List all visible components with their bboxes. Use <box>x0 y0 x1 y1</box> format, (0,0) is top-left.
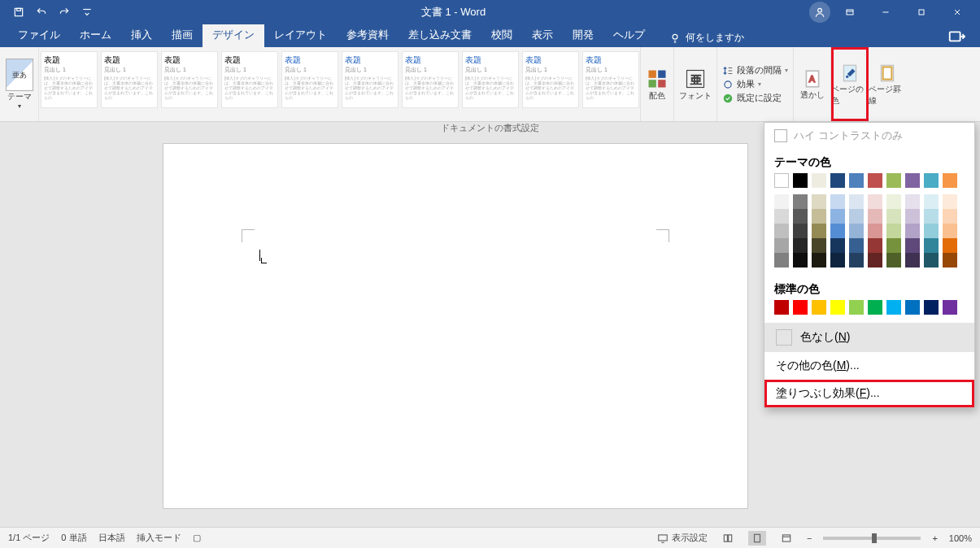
color-swatch[interactable] <box>868 300 882 315</box>
color-swatch[interactable] <box>849 224 864 238</box>
save-button[interactable] <box>8 2 29 22</box>
style-set-thumbnail[interactable]: 表題見出し 1[挿入]タブのギャラリーには、文書全体の体裁に合わせて調整するため… <box>41 51 98 108</box>
read-mode-button[interactable] <box>719 531 737 546</box>
color-swatch[interactable] <box>868 173 882 188</box>
color-swatch[interactable] <box>886 173 901 188</box>
close-button[interactable] <box>941 1 973 24</box>
page-color-button[interactable]: ページの色 <box>831 47 869 121</box>
tab-help[interactable]: ヘルプ <box>603 24 655 47</box>
color-swatch[interactable] <box>849 253 864 267</box>
tab-review[interactable]: 校閲 <box>481 24 522 47</box>
color-swatch[interactable] <box>812 224 826 238</box>
color-swatch[interactable] <box>943 224 957 238</box>
zoom-level[interactable]: 100% <box>949 533 972 543</box>
tab-mailings[interactable]: 差し込み文書 <box>399 24 481 47</box>
color-swatch[interactable] <box>774 253 789 267</box>
no-color-item[interactable]: 色なし(N) <box>764 323 974 352</box>
color-swatch[interactable] <box>905 224 920 238</box>
effects-button[interactable]: 効果▾ <box>722 78 788 90</box>
color-swatch[interactable] <box>905 238 920 253</box>
color-swatch[interactable] <box>886 300 901 315</box>
color-swatch[interactable] <box>830 224 845 238</box>
color-swatch[interactable] <box>868 253 882 267</box>
maximize-button[interactable] <box>905 1 938 24</box>
page[interactable] <box>163 143 748 509</box>
color-swatch[interactable] <box>774 173 789 188</box>
tab-insert[interactable]: 挿入 <box>121 24 162 47</box>
color-swatch[interactable] <box>812 209 826 224</box>
undo-button[interactable] <box>31 2 52 22</box>
tab-developer[interactable]: 開発 <box>563 24 603 47</box>
paragraph-spacing-button[interactable]: 段落の間隔▾ <box>722 64 788 76</box>
color-swatch[interactable] <box>793 173 808 188</box>
color-swatch[interactable] <box>886 238 901 253</box>
color-swatch[interactable] <box>924 238 939 253</box>
color-swatch[interactable] <box>774 300 789 315</box>
zoom-in-button[interactable]: + <box>932 533 937 543</box>
account-button[interactable] <box>809 2 830 23</box>
tab-design[interactable]: デザイン <box>203 24 264 47</box>
style-set-thumbnail[interactable]: 表題見出し 1[挿入]タブのギャラリーには、文書全体の体裁に合わせて調整するため… <box>402 51 459 108</box>
color-swatch[interactable] <box>774 194 789 209</box>
share-icon[interactable] <box>947 27 965 45</box>
color-swatch[interactable] <box>830 209 845 224</box>
color-swatch[interactable] <box>924 194 939 209</box>
word-count[interactable]: 0 単語 <box>61 532 86 544</box>
color-swatch[interactable] <box>943 238 957 253</box>
color-swatch[interactable] <box>943 253 957 267</box>
color-swatch[interactable] <box>830 253 845 267</box>
color-swatch[interactable] <box>812 253 826 267</box>
color-swatch[interactable] <box>943 194 957 209</box>
ribbon-display-button[interactable] <box>834 1 866 24</box>
tab-references[interactable]: 参考資料 <box>337 24 399 47</box>
tab-layout[interactable]: レイアウト <box>264 24 337 47</box>
color-swatch[interactable] <box>924 173 939 188</box>
tab-view[interactable]: 表示 <box>522 24 563 47</box>
watermark-button[interactable]: A 透かし <box>794 47 831 121</box>
color-swatch[interactable] <box>924 300 939 315</box>
color-swatch[interactable] <box>793 238 808 253</box>
redo-button[interactable] <box>54 2 75 22</box>
color-swatch[interactable] <box>849 173 864 188</box>
tell-me-search[interactable]: 何をしますか <box>661 28 752 47</box>
style-set-gallery[interactable]: 表題見出し 1[挿入]タブのギャラリーには、文書全体の体裁に合わせて調整するため… <box>39 47 641 121</box>
color-swatch[interactable] <box>905 300 920 315</box>
color-swatch[interactable] <box>905 253 920 267</box>
color-swatch[interactable] <box>886 209 901 224</box>
fonts-button[interactable]: 亜 フォント <box>674 47 717 121</box>
color-swatch[interactable] <box>793 253 808 267</box>
style-set-thumbnail[interactable]: 表題見出し 1[挿入]タブのギャラリーには、文書全体の体裁に合わせて調整するため… <box>342 51 399 108</box>
tab-draw[interactable]: 描画 <box>162 24 203 47</box>
color-swatch[interactable] <box>830 194 845 209</box>
style-set-thumbnail[interactable]: 表題見出し 1[挿入]タブのギャラリーには、文書全体の体裁に合わせて調整するため… <box>522 51 579 108</box>
color-swatch[interactable] <box>793 224 808 238</box>
color-swatch[interactable] <box>868 224 882 238</box>
page-count[interactable]: 1/1 ページ <box>8 532 50 544</box>
color-swatch[interactable] <box>793 300 808 315</box>
set-default-button[interactable]: 既定に設定 <box>722 92 788 104</box>
color-swatch[interactable] <box>812 238 826 253</box>
color-swatch[interactable] <box>793 209 808 224</box>
page-borders-button[interactable]: ページ罫線 <box>869 47 906 121</box>
color-swatch[interactable] <box>793 194 808 209</box>
color-swatch[interactable] <box>774 224 789 238</box>
fill-effects-item[interactable]: 塗りつぶし効果(F)... <box>764 380 974 407</box>
style-set-thumbnail[interactable]: 表題見出し 1[挿入]タブのギャラリーには、文書全体の体裁に合わせて調整するため… <box>161 51 218 108</box>
themes-button[interactable]: 亜あ テーマ ▾ <box>0 47 39 121</box>
macro-record-icon[interactable]: ▢ <box>193 533 201 543</box>
color-swatch[interactable] <box>849 194 864 209</box>
color-swatch[interactable] <box>812 194 826 209</box>
color-swatch[interactable] <box>774 238 789 253</box>
color-swatch[interactable] <box>886 224 901 238</box>
insert-mode[interactable]: 挿入モード <box>137 532 181 544</box>
color-swatch[interactable] <box>849 209 864 224</box>
style-set-thumbnail[interactable]: 表題見出し 1[挿入]タブのギャラリーには、文書全体の体裁に合わせて調整するため… <box>101 51 158 108</box>
display-settings[interactable]: 表示設定 <box>657 532 708 544</box>
color-swatch[interactable] <box>943 173 957 188</box>
style-set-thumbnail[interactable]: 表題見出し 1[挿入]タブのギャラリーには、文書全体の体裁に合わせて調整するため… <box>281 51 338 108</box>
language[interactable]: 日本語 <box>98 532 125 544</box>
zoom-out-button[interactable]: − <box>807 533 812 543</box>
tab-home[interactable]: ホーム <box>70 24 121 47</box>
style-set-thumbnail[interactable]: 表題見出し 1[挿入]タブのギャラリーには、文書全体の体裁に合わせて調整するため… <box>221 51 278 108</box>
color-swatch[interactable] <box>924 224 939 238</box>
